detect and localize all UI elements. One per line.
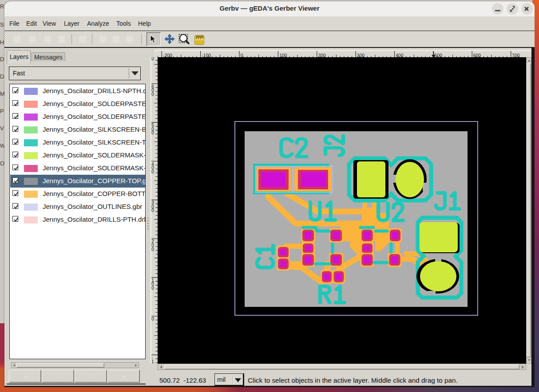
svg-text:0: 0 (151, 91, 154, 97)
svg-text:0: 0 (151, 57, 154, 61)
svg-text:0: 0 (151, 130, 154, 135)
svg-text:0: 0 (151, 208, 154, 213)
svg-text:0: 0 (151, 285, 154, 290)
svg-text:0: 0 (151, 316, 154, 321)
svg-text:0: 0 (151, 363, 154, 364)
svg-text:0: 0 (151, 169, 154, 174)
svg-text:0: 0 (151, 247, 154, 252)
